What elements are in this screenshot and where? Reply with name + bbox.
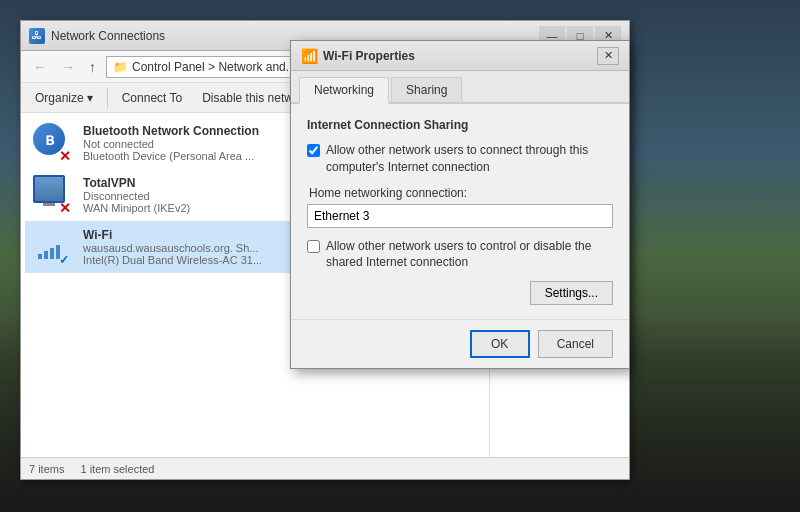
cancel-button[interactable]: Cancel <box>538 330 613 358</box>
status-bar: 7 items 1 item selected <box>21 457 629 479</box>
connect-to-button[interactable]: Connect To <box>116 89 189 107</box>
allow-control-checkbox[interactable] <box>307 240 320 253</box>
vpn-icon-wrap: ✕ <box>33 175 73 215</box>
wifi-properties-dialog: 📶 Wi-Fi Properties ✕ Networking Sharing … <box>290 40 630 369</box>
item-count: 7 items <box>29 463 64 475</box>
allow-sharing-label: Allow other network users to connect thr… <box>326 142 613 176</box>
back-button[interactable]: ← <box>29 57 51 77</box>
settings-btn-wrap: Settings... <box>307 281 613 305</box>
organize-button[interactable]: Organize ▾ <box>29 89 99 107</box>
home-network-label: Home networking connection: <box>309 186 613 200</box>
breadcrumb-text: Control Panel > Network and... <box>132 60 296 74</box>
checkbox-row-1: Allow other network users to connect thr… <box>307 142 613 176</box>
tab-networking[interactable]: Networking <box>299 77 389 104</box>
ok-button[interactable]: OK <box>470 330 530 358</box>
wifi-check-badge: ✓ <box>59 253 73 267</box>
folder-icon: 📁 <box>113 60 128 74</box>
dialog-content: Internet Connection Sharing Allow other … <box>291 104 629 319</box>
error-badge: ✕ <box>59 149 73 163</box>
bluetooth-icon-wrap: ʙ ✕ <box>33 123 73 163</box>
vpn-error-badge: ✕ <box>59 201 73 215</box>
dialog-title-text: Wi-Fi Properties <box>323 49 415 63</box>
up-button[interactable]: ↑ <box>85 57 100 77</box>
toolbar-separator <box>107 88 108 108</box>
tab-sharing[interactable]: Sharing <box>391 77 462 102</box>
forward-button[interactable]: → <box>57 57 79 77</box>
settings-button[interactable]: Settings... <box>530 281 613 305</box>
allow-control-label: Allow other network users to control or … <box>326 238 613 272</box>
wifi-icon-wrap: ✓ <box>33 227 73 267</box>
dialog-tabs: Networking Sharing <box>291 71 629 104</box>
dialog-titlebar: 📶 Wi-Fi Properties ✕ <box>291 41 629 71</box>
dialog-footer: OK Cancel <box>291 319 629 368</box>
connect-to-label: Connect To <box>122 91 183 105</box>
dialog-close-button[interactable]: ✕ <box>597 47 619 65</box>
home-network-input[interactable]: Ethernet 3 <box>307 204 613 228</box>
checkbox-row-2: Allow other network users to control or … <box>307 238 613 272</box>
wifi-dialog-icon: 📶 <box>301 48 317 64</box>
organize-arrow: ▾ <box>87 91 93 105</box>
wifi-signal-icon <box>38 243 60 259</box>
main-window-title: Network Connections <box>51 29 165 43</box>
allow-sharing-checkbox[interactable] <box>307 144 320 157</box>
sharing-section-title: Internet Connection Sharing <box>307 118 613 132</box>
organize-label: Organize <box>35 91 84 105</box>
main-window-icon: 🖧 <box>29 28 45 44</box>
selected-count: 1 item selected <box>80 463 154 475</box>
